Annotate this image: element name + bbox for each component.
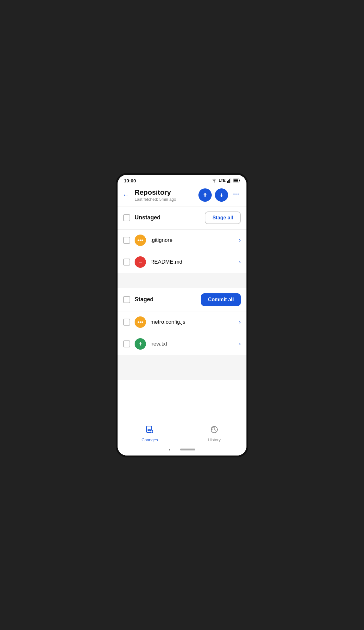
gitignore-filename: .gitignore	[150, 237, 234, 243]
signal-icon	[227, 178, 232, 183]
header-title-block: Repository Last fetched: 5min ago	[135, 188, 195, 202]
metro-status-icon	[135, 316, 146, 328]
svg-point-12	[140, 239, 141, 241]
unstaged-file-readme[interactable]: − README.md ›	[118, 251, 246, 273]
readme-filename: README.md	[150, 259, 234, 265]
unstaged-spacer	[118, 273, 246, 288]
gitignore-checkbox[interactable]	[123, 237, 130, 244]
metro-filename: metro.config.js	[150, 319, 234, 325]
battery-icon	[233, 179, 240, 182]
changes-icon	[145, 425, 154, 436]
readme-checkbox[interactable]	[123, 259, 130, 266]
svg-rect-1	[227, 181, 228, 183]
svg-point-11	[138, 239, 139, 241]
nav-item-history[interactable]: History	[182, 425, 246, 442]
svg-rect-6	[239, 180, 240, 181]
more-options-button[interactable]	[231, 189, 241, 201]
commit-all-button[interactable]: Commit all	[201, 293, 241, 306]
status-icons: LTE	[211, 178, 240, 183]
svg-rect-3	[229, 179, 230, 183]
content-area: Unstaged Stage all .gitignore › − README…	[118, 206, 246, 422]
readme-chevron: ›	[239, 259, 241, 265]
metro-checkbox[interactable]	[123, 319, 130, 326]
page-title: Repository	[135, 188, 195, 197]
newtxt-status-icon: +	[135, 338, 146, 350]
newtxt-chevron: ›	[239, 340, 241, 347]
svg-rect-7	[234, 180, 238, 182]
system-back-button[interactable]: ‹	[169, 447, 170, 452]
metro-chevron: ›	[239, 319, 241, 325]
staged-file-metro[interactable]: metro.config.js ›	[118, 311, 246, 333]
svg-point-16	[142, 321, 143, 323]
svg-point-15	[140, 321, 141, 323]
unstaged-select-all-checkbox[interactable]	[123, 214, 130, 221]
staged-select-all-checkbox[interactable]	[123, 296, 130, 303]
gitignore-chevron: ›	[239, 237, 241, 243]
header-actions	[198, 188, 241, 202]
svg-point-9	[235, 193, 237, 195]
svg-point-10	[238, 193, 239, 195]
system-nav-bar: ‹	[118, 444, 246, 456]
system-home-button[interactable]	[180, 449, 195, 450]
history-label: History	[208, 437, 221, 442]
phone-frame: 10:00 LTE ← Reposi	[116, 173, 248, 457]
gitignore-status-icon	[135, 235, 146, 246]
svg-point-14	[138, 321, 139, 323]
lte-label: LTE	[219, 178, 226, 183]
staged-file-newtxt[interactable]: + new.txt ›	[118, 333, 246, 355]
wifi-icon	[211, 178, 217, 183]
svg-rect-4	[231, 178, 232, 183]
unstaged-section-title: Unstaged	[135, 214, 200, 221]
upload-icon	[202, 192, 208, 198]
more-options-icon	[233, 191, 240, 198]
readme-status-icon: −	[135, 256, 146, 268]
last-fetched-label: Last fetched: 5min ago	[135, 197, 195, 202]
header: ← Repository Last fetched: 5min ago	[118, 185, 246, 206]
back-button[interactable]: ←	[121, 190, 131, 200]
push-button[interactable]	[198, 188, 212, 202]
svg-point-0	[214, 182, 215, 182]
svg-rect-2	[228, 180, 229, 183]
nav-item-changes[interactable]: Changes	[118, 425, 182, 442]
newtxt-checkbox[interactable]	[123, 340, 130, 347]
svg-point-13	[142, 239, 143, 241]
staged-section-title: Staged	[135, 296, 197, 303]
newtxt-filename: new.txt	[150, 341, 234, 347]
staged-section-header: Staged Commit all	[118, 288, 246, 311]
staged-spacer	[118, 355, 246, 380]
status-bar: 10:00 LTE	[118, 175, 246, 185]
changes-label: Changes	[142, 437, 158, 442]
bottom-nav: Changes History	[118, 422, 246, 444]
download-icon	[218, 192, 225, 198]
svg-point-8	[234, 193, 235, 195]
stage-all-button[interactable]: Stage all	[205, 211, 241, 224]
pull-button[interactable]	[215, 188, 228, 202]
unstaged-section-header: Unstaged Stage all	[118, 206, 246, 229]
history-icon	[210, 425, 219, 436]
unstaged-file-gitignore[interactable]: .gitignore ›	[118, 229, 246, 251]
status-time: 10:00	[124, 178, 136, 183]
